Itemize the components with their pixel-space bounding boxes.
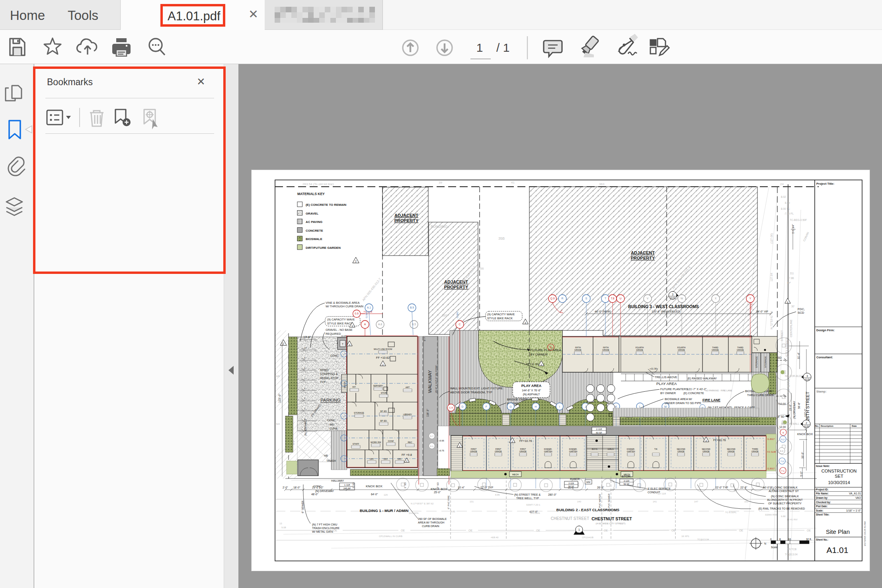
svg-text:CP11\HUB: CP11\HUB [582,536,593,539]
svg-text:10'-4": 10'-4" [458,486,465,489]
svg-text:117.118: 117.118 [658,492,666,495]
svg-text:126: 126 [384,494,388,496]
svg-text:7.86: 7.86 [789,277,794,279]
svg-text:8.02: 8.02 [781,195,786,198]
svg-text:OE: OE [807,529,811,532]
svg-text:1: 1 [476,41,483,54]
svg-text:CONC: CONC [327,419,336,422]
svg-text:122'-0": 122'-0" [278,393,281,403]
svg-text:245 SF: 245 SF [343,487,351,490]
svg-text:WD: WD [330,423,334,426]
svg-text:1/16" = 1'-0": 1/16" = 1'-0" [846,509,861,512]
svg-text:CL BOLT: CL BOLT [767,438,775,440]
svg-text:(CITY STREET): (CITY STREET) [785,337,788,357]
svg-text:18'-0": 18'-0" [293,486,301,489]
svg-text:Issue Note:: Issue Note: [816,465,830,467]
svg-text:TC-8.50FL: TC-8.50FL [725,511,737,514]
svg-text:2: 2 [406,460,407,462]
svg-text:6" PVC SEWER: 6" PVC SEWER [608,493,610,511]
svg-text:ADJACENT: ADJACENT [631,250,655,255]
svg-text:0: 0 [770,538,772,541]
svg-text:2: 2 [459,445,461,447]
svg-text:OE: OE [468,529,472,532]
svg-text:BUILDING: BUILDING [431,225,448,229]
svg-text:INT.: INT. [352,386,356,388]
svg-text:WORK RM: WORK RM [371,441,381,443]
svg-text:-65 TCB: -65 TCB [787,548,796,551]
svg-text:1'-1 3/4": 1'-1 3/4" [792,224,794,234]
svg-text:9.88: 9.88 [781,515,786,518]
svg-text:12.00: 12.00 [779,426,786,428]
svg-text:FUTURE PLANTERS: FUTURE PLANTERS [660,387,688,391]
svg-text:HB: HB [324,454,328,457]
svg-text:T.8: T.8 [611,297,614,300]
svg-text:ART: ART [406,386,410,389]
svg-text:2-118: 2-118 [596,428,602,430]
svg-text:OE: OE [536,529,540,532]
svg-text:(9) CAPACITY WAVE: (9) CAPACITY WAVE [487,313,515,316]
svg-text:GRADE: GRADE [677,450,685,453]
svg-text:CHESTNUT STREET: CHESTNUT STREET [591,516,632,521]
svg-text:BOYS: BOYS [592,448,598,450]
svg-text:7.1: 7.1 [781,470,785,472]
svg-text:6" PVC FIRE: 6" PVC FIRE [447,495,450,509]
svg-text:GARTEN: GARTEN [569,450,578,453]
svg-text:F.O. SLAB: F.O. SLAB [767,451,776,453]
svg-text:SW-COR-WALL: SW-COR-WALL [781,422,800,425]
svg-text:280'-0": 280'-0" [548,493,557,496]
svg-text:3: 3 [349,343,350,346]
svg-text:T: T [342,343,343,346]
svg-text:CL BOLT: CL BOLT [767,468,775,470]
svg-text:(E) RAISED WALKWAY: (E) RAISED WALKWAY [687,377,717,380]
svg-text:A.1: A.1 [367,306,371,309]
svg-text:3: 3 [351,324,353,327]
svg-text:Y: Y [749,297,751,300]
svg-text:GRAVEL - NO BASE: GRAVEL - NO BASE [326,328,353,332]
svg-text:16: 16 [788,538,791,541]
svg-text:V: V [647,297,649,300]
svg-text:U: U [620,297,622,300]
svg-text:2: 2 [283,342,284,345]
svg-text:22'-0" TYP: 22'-0" TYP [715,486,728,489]
svg-text:151: 151 [744,500,749,503]
svg-text:211: 211 [790,272,794,275]
svg-text:TYP: TYP [320,381,326,383]
svg-text:7.0: 7.0 [781,460,784,463]
svg-text:OFF: OFF [384,458,388,460]
svg-text:6" SEWER: 6" SEWER [301,500,304,513]
svg-text:-408.40: -408.40 [490,536,499,539]
svg-text:STAFF: STAFF [353,443,359,445]
svg-text:STYLE BIKE RACK: STYLE BIKE RACK [327,322,353,325]
svg-text:2: 2 [382,363,384,366]
svg-text:BUILDING 3 - WEST CLASSROOMS: BUILDING 3 - WEST CLASSROOMS [628,304,699,309]
svg-text:SP. ED.: SP. ED. [380,410,387,412]
svg-text:56 SF: 56 SF [624,483,630,485]
svg-text:TC@13.04: TC@13.04 [785,553,798,556]
svg-text:356: 356 [478,267,484,270]
svg-text:(N) STREET TREE &: (N) STREET TREE & [514,493,541,496]
svg-text:(9) CAPACITY WAVE: (9) CAPACITY WAVE [327,318,355,321]
svg-text:260 SF OF BIOSWALE: 260 SF OF BIOSWALE [418,518,447,520]
svg-text:UNDER DRAIN TO SD PIPE: UNDER DRAIN TO SD PIPE [665,401,701,405]
svg-text:1: 1 [578,528,580,531]
svg-text:KNOX BOX: KNOX BOX [797,432,813,436]
svg-text:10.41 INV: 10.41 INV [787,518,798,521]
svg-text:26'-0": 26'-0" [597,486,604,489]
svg-text:Scale: Scale [771,546,778,549]
svg-text:(N) 7 FT HIGH CMU: (N) 7 FT HIGH CMU [312,523,337,526]
svg-text:EP: EP [787,281,791,284]
svg-text:PROPERTY: PROPERTY [444,285,468,289]
svg-text:OFF: OFF [370,458,374,460]
svg-text:GRAVEL: GRAVEL [306,212,318,215]
svg-text:CURB DRAIN: CURB DRAIN [422,525,439,527]
svg-text:File Name:: File Name: [816,492,829,495]
svg-text:3" SD: 3" SD [352,482,355,488]
svg-text:FUTURE PLAY AREA: FUTURE PLAY AREA [530,348,562,352]
svg-text:Scale:: Scale: [816,509,823,512]
svg-text:Plot Date:: Plot Date: [816,505,827,508]
svg-text:PLAY AREA: PLAY AREA [656,381,677,386]
svg-text:(127.00): (127.00) [770,233,773,244]
svg-text:2: 2 [806,422,807,424]
svg-text:2" PVC WATER: 2" PVC WATER [599,494,601,511]
svg-text:BIOSWALE: BIOSWALE [306,237,322,241]
